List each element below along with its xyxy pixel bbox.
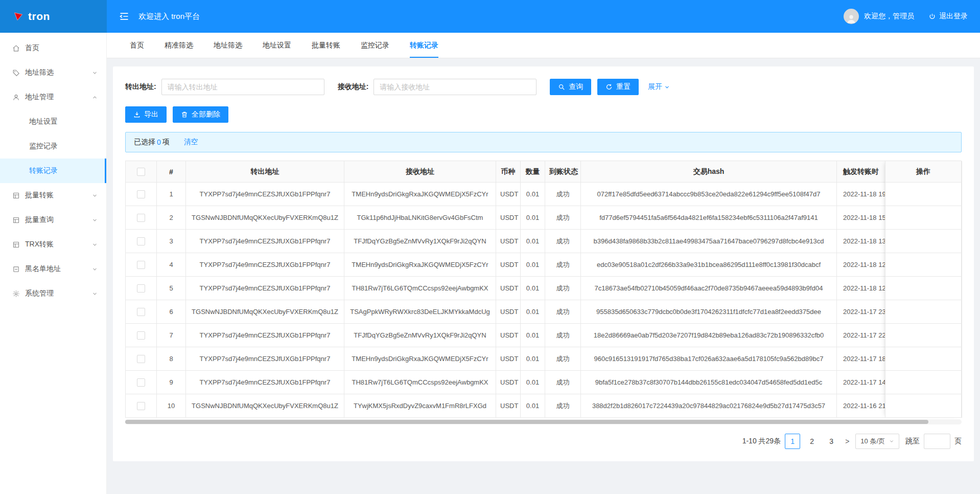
- cell-index: 5: [157, 277, 186, 300]
- table-scroll: #转出地址接收地址币种数量到账状态交易hash触发转账时1TYXPP7sd7j4…: [125, 161, 962, 418]
- sidebar-item-address-filter[interactable]: 地址筛选: [0, 60, 106, 85]
- tab-transfer-record[interactable]: 转账记录: [410, 33, 438, 58]
- app-header: tron 欢迎进入 tron平台 欢迎您，管理员 退出登录: [0, 0, 980, 33]
- cell-from-address: TGSNwNJBDNfUMqQKXecUbyFVXERKmQ8u1Z: [186, 206, 344, 230]
- header-right: 欢迎您，管理员 退出登录: [844, 9, 968, 24]
- cell-status: 成功: [545, 230, 581, 253]
- jump-page-input[interactable]: [924, 434, 950, 449]
- page-button-2[interactable]: 2: [804, 434, 820, 449]
- cell-amount: 0.01: [521, 324, 545, 347]
- tab-batch-transfer[interactable]: 批量转账: [312, 33, 340, 58]
- chevron-down-icon: [92, 242, 98, 248]
- cell-index: 8: [157, 347, 186, 371]
- next-page-button[interactable]: >: [843, 437, 851, 445]
- clear-selection-link[interactable]: 清空: [184, 138, 198, 147]
- column-header-amount: 数量: [521, 161, 545, 183]
- delete-all-button[interactable]: 全部删除: [173, 106, 228, 123]
- scrollbar-thumb[interactable]: [125, 420, 928, 424]
- row-checkbox[interactable]: [137, 331, 145, 340]
- sidebar-subitem-monitor-record[interactable]: 监控记录: [0, 134, 106, 159]
- reset-button[interactable]: 重置: [597, 79, 639, 95]
- jump-unit: 页: [954, 437, 962, 446]
- sidebar-item-batch-transfer[interactable]: 批量转账: [0, 183, 106, 208]
- sidebar-item-trx-transfer[interactable]: TRX转账: [0, 232, 106, 257]
- cell-to-address: TH81Rw7jT6LG6TQmCCcsps92eejAwbgmKX: [344, 371, 496, 394]
- cell-index: 6: [157, 300, 186, 324]
- horizontal-scrollbar[interactable]: [125, 419, 962, 424]
- cell-operation: [885, 253, 961, 277]
- page-size-select[interactable]: 10 条/页: [855, 434, 899, 449]
- column-header-index: #: [157, 161, 186, 183]
- cell-index: 10: [157, 394, 186, 418]
- cell-operation: [885, 230, 961, 253]
- select-all-checkbox[interactable]: [137, 168, 145, 176]
- sidebar-item-home[interactable]: 首页: [0, 36, 106, 60]
- cell-index: 9: [157, 371, 186, 394]
- row-checkbox[interactable]: [137, 284, 145, 293]
- tab-monitor-record[interactable]: 监控记录: [361, 33, 389, 58]
- to-address-input[interactable]: [374, 79, 536, 95]
- table-header-row: #转出地址接收地址币种数量到账状态交易hash触发转账时: [126, 161, 962, 183]
- cell-from-address: TYXPP7sd7j4e9mnCEZSJfUXGb1FPPfqnr7: [186, 230, 344, 253]
- page-button-3[interactable]: 3: [824, 434, 839, 449]
- selection-unit: 项: [162, 138, 170, 147]
- filter-row: 转出地址: 接收地址: 查询 重置 展开: [125, 79, 962, 95]
- sidebar-subitem-transfer-record[interactable]: 转账记录: [0, 159, 106, 183]
- cell-from-address: TYXPP7sd7j4e9mnCEZSJfUXGb1FPPfqnr7: [186, 253, 344, 277]
- table-row: 5TYXPP7sd7j4e9mnCEZSJfUXGb1FPPfqnr7TH81R…: [126, 277, 962, 300]
- tab-address-setting[interactable]: 地址设置: [263, 33, 291, 58]
- table-row: 9TYXPP7sd7j4e9mnCEZSJfUXGb1FPPfqnr7TH81R…: [126, 371, 962, 394]
- cell-hash: b396d438fa9868b33b2c811ae49983475aa71647…: [581, 230, 837, 253]
- page-button-1[interactable]: 1: [785, 434, 800, 449]
- cell-coin: USDT: [496, 183, 521, 206]
- sidebar-item-address-manage[interactable]: 地址管理: [0, 85, 106, 109]
- tab-address-filter[interactable]: 地址筛选: [214, 33, 242, 58]
- power-icon: [928, 13, 936, 20]
- row-checkbox[interactable]: [137, 378, 145, 387]
- cell-to-address: TGk11p6hdJjHbaLNKitG8ervGv4GbFsCtm: [344, 206, 496, 230]
- row-checkbox[interactable]: [137, 237, 145, 245]
- from-address-label: 转出地址:: [125, 82, 156, 92]
- cell-operation: [885, 394, 961, 418]
- cell-status: 成功: [545, 371, 581, 394]
- cell-status: 成功: [545, 300, 581, 324]
- select-all-cell: [126, 161, 157, 183]
- logout-button[interactable]: 退出登录: [928, 12, 968, 21]
- sidebar-item-batch-query[interactable]: 批量查询: [0, 208, 106, 232]
- menu-fold-icon[interactable]: [119, 11, 129, 21]
- row-checkbox[interactable]: [137, 355, 145, 363]
- cell-amount: 0.01: [521, 347, 545, 371]
- row-checkbox[interactable]: [137, 214, 145, 222]
- cell-coin: USDT: [496, 394, 521, 418]
- chevron-down-icon: [664, 84, 670, 90]
- column-header-coin: 币种: [496, 161, 521, 183]
- row-checkbox[interactable]: [137, 261, 145, 269]
- row-checkbox[interactable]: [137, 190, 145, 198]
- sidebar-item-system-manage[interactable]: 系统管理: [0, 281, 106, 306]
- chevron-down-icon: [92, 217, 98, 223]
- cell-status: 成功: [545, 206, 581, 230]
- cell-status: 成功: [545, 347, 581, 371]
- cell-coin: USDT: [496, 371, 521, 394]
- search-icon: [558, 83, 565, 91]
- cell-status: 成功: [545, 183, 581, 206]
- search-button[interactable]: 查询: [550, 79, 591, 95]
- expand-link[interactable]: 展开: [648, 82, 670, 92]
- sidebar-subitem-address-setting[interactable]: 地址设置: [0, 109, 106, 134]
- row-checkbox[interactable]: [137, 402, 145, 410]
- cell-coin: USDT: [496, 324, 521, 347]
- from-address-input[interactable]: [161, 79, 324, 95]
- tab-home[interactable]: 首页: [130, 33, 144, 58]
- selection-label: 已选择: [134, 138, 155, 147]
- sidebar-item-blacklist-address[interactable]: 黑名单地址: [0, 257, 106, 281]
- avatar[interactable]: [844, 9, 859, 24]
- cell-status: 成功: [545, 394, 581, 418]
- column-header-from: 转出地址: [186, 161, 344, 183]
- cell-coin: USDT: [496, 277, 521, 300]
- export-button[interactable]: 导出: [125, 106, 167, 123]
- chevron-down-icon: [92, 266, 98, 272]
- row-checkbox[interactable]: [137, 308, 145, 316]
- cell-coin: USDT: [496, 206, 521, 230]
- tab-precise-filter[interactable]: 精准筛选: [165, 33, 193, 58]
- grid-icon: [12, 241, 20, 249]
